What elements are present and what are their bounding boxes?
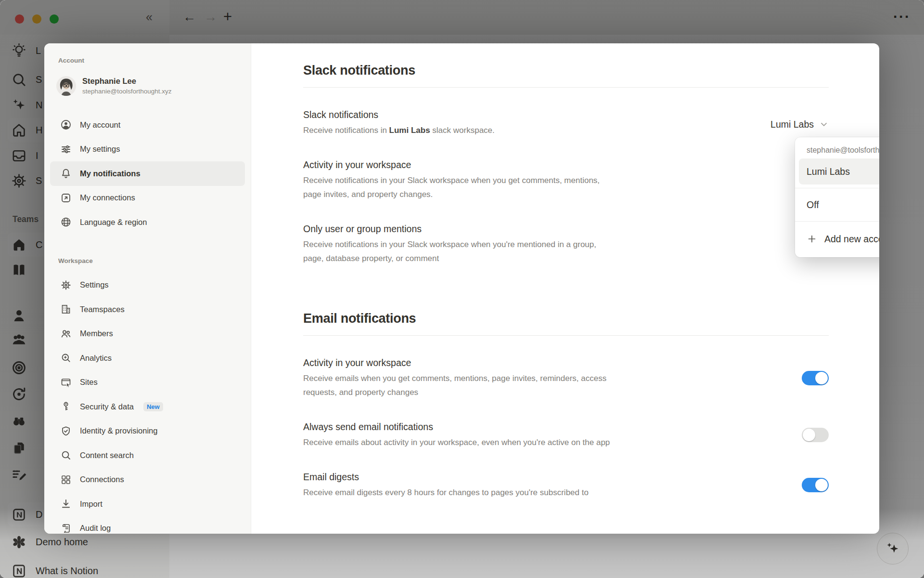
shield-check-icon (60, 425, 72, 437)
sidebar-item-identity-provisioning[interactable]: Identity & provisioning (50, 419, 245, 444)
always-send-email-row: Always send email notifications Receive … (303, 420, 829, 449)
scroll-icon (60, 523, 72, 534)
sidebar-item-security-data[interactable]: Security & data New (50, 394, 245, 419)
add-new-account-button[interactable]: Add new account (799, 225, 879, 253)
setting-description: Receive emails about activity in your wo… (303, 435, 618, 449)
sidebar-item-teamspaces[interactable]: Teamspaces (50, 297, 245, 322)
slack-workspace-select[interactable]: Lumi Labs (770, 119, 829, 130)
workspace-section-label: Workspace (44, 257, 251, 265)
sidebar-item-my-account[interactable]: My account (50, 113, 245, 137)
user-email: stephanie@toolsforthought.xyz (82, 87, 172, 96)
user-name: Stephanie Lee (82, 76, 172, 86)
sidebar-item-my-connections[interactable]: My connections (50, 186, 245, 210)
divider (303, 335, 829, 336)
settings-sidebar: Account (44, 43, 251, 534)
email-activity-row: Activity in your workspace Receive email… (303, 356, 829, 399)
sidebar-item-my-settings[interactable]: My settings (50, 137, 245, 162)
avatar (56, 76, 76, 96)
import-icon (60, 498, 72, 510)
sidebar-item-members[interactable]: Members (50, 322, 245, 346)
sidebar-item-content-search[interactable]: Content search (50, 443, 245, 468)
sidebar-item-my-notifications[interactable]: My notifications (50, 161, 245, 186)
slack-workspace-dropdown: stephanie@toolsforthought.xyz Lumi Labs … (795, 137, 879, 257)
sidebar-item-language-region[interactable]: Language & region (50, 210, 245, 235)
arrow-up-right-icon (60, 192, 72, 204)
divider (303, 87, 829, 88)
user-account-row[interactable]: Stephanie Lee stephanie@toolsforthought.… (44, 69, 251, 102)
setting-title: Activity in your workspace (303, 158, 829, 171)
globe-icon (60, 216, 72, 228)
slack-section-title: Slack notifications (303, 62, 829, 79)
notion-window: « ← → + ··· L S N H I S (0, 0, 924, 578)
settings-dialog: Account (44, 43, 879, 534)
setting-title: Slack notifications (303, 108, 770, 121)
sidebar-item-import[interactable]: Import (50, 492, 245, 516)
sidebar-item-sites[interactable]: Sites (50, 370, 245, 395)
setting-description: Receive notifications in your Slack work… (303, 237, 618, 265)
analytics-icon (60, 352, 72, 364)
email-activity-toggle[interactable] (802, 371, 829, 385)
slack-notifications-section: Slack notifications Slack notifications … (303, 62, 829, 265)
people-icon (60, 328, 72, 340)
search-icon (60, 449, 72, 461)
divider (795, 188, 879, 188)
sidebar-item-audit-log[interactable]: Audit log (50, 516, 245, 534)
email-notifications-section: Email notifications Activity in your wor… (303, 310, 829, 499)
always-send-email-toggle[interactable] (802, 428, 829, 442)
settings-content: Slack notifications Slack notifications … (251, 43, 879, 534)
setting-description: Receive emails when you get comments, me… (303, 371, 618, 399)
setting-description: Receive email digests every 8 hours for … (303, 486, 618, 499)
plus-icon (807, 234, 817, 244)
sliders-icon (60, 144, 72, 155)
screen: « ← → + ··· L S N H I S (0, 0, 924, 578)
email-digests-row: Email digests Receive email digests ever… (303, 471, 829, 499)
bell-icon (60, 168, 72, 179)
gear-icon (60, 279, 72, 291)
key-icon (60, 401, 72, 412)
browser-cursor-icon (60, 377, 72, 388)
setting-title: Activity in your workspace (303, 356, 802, 369)
setting-description: Receive notifications in Lumi Labs slack… (303, 123, 618, 137)
person-circle-icon (60, 119, 72, 131)
setting-description: Receive notifications in your Slack work… (303, 173, 618, 201)
new-badge: New (143, 402, 163, 411)
setting-title: Always send email notifications (303, 420, 802, 433)
sidebar-item-connections[interactable]: Connections (50, 468, 245, 492)
building-icon (60, 303, 72, 315)
account-section-label: Account (44, 56, 251, 65)
email-digests-toggle[interactable] (802, 478, 829, 492)
dropdown-option-off[interactable]: Off (799, 192, 879, 218)
setting-title: Email digests (303, 471, 802, 483)
dropdown-account-header: stephanie@toolsforthought.xyz (799, 142, 879, 158)
setting-title: Only user or group mentions (303, 223, 829, 235)
dropdown-option-lumi-labs[interactable]: Lumi Labs (799, 158, 879, 184)
sidebar-item-settings[interactable]: Settings (50, 273, 245, 298)
sidebar-item-analytics[interactable]: Analytics (50, 346, 245, 370)
slack-mentions-row: Only user or group mentions Receive noti… (303, 223, 829, 265)
divider (795, 221, 879, 222)
slack-activity-row: Activity in your workspace Receive notif… (303, 158, 829, 201)
chevron-down-icon (819, 119, 829, 129)
grid-icon (60, 474, 72, 486)
email-section-title: Email notifications (303, 310, 829, 327)
slack-workspace-row: Slack notifications Receive notification… (303, 108, 829, 137)
